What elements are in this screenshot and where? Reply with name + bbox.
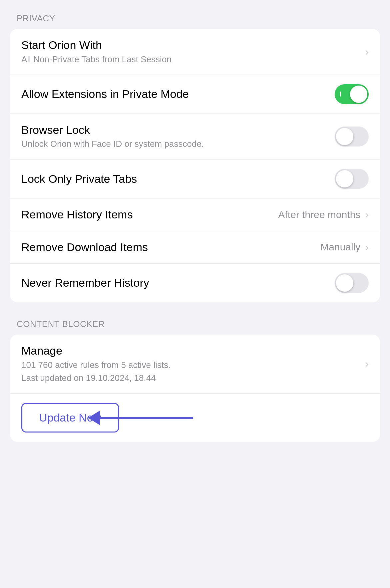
remove-download-value: Manually: [320, 241, 360, 253]
remove-download-row[interactable]: Remove Download Items Manually ›: [10, 231, 380, 264]
browser-lock-left: Browser Lock Unlock Orion with Face ID o…: [21, 123, 335, 150]
remove-download-chevron-icon: ›: [365, 241, 369, 253]
update-now-row: Update Now: [10, 394, 380, 442]
browser-lock-title: Browser Lock: [21, 123, 328, 137]
content-blocker-card: Manage 101 760 active rules from 5 activ…: [10, 335, 380, 442]
allow-extensions-right: I: [335, 84, 369, 104]
browser-lock-toggle[interactable]: [335, 127, 369, 147]
never-remember-row[interactable]: Never Remember History: [10, 264, 380, 302]
remove-history-left: Remove History Items: [21, 208, 278, 221]
manage-chevron-icon: ›: [365, 358, 369, 370]
start-orion-with-chevron-icon: ›: [365, 46, 369, 58]
remove-history-right: After three months ›: [278, 208, 369, 221]
start-orion-with-title: Start Orion With: [21, 38, 358, 52]
arrow-line: [100, 417, 193, 419]
start-orion-with-right: ›: [365, 46, 369, 58]
browser-lock-row[interactable]: Browser Lock Unlock Orion with Face ID o…: [10, 114, 380, 160]
content-blocker-section-label: CONTENT BLOCKER: [10, 319, 380, 329]
allow-extensions-title: Allow Extensions in Private Mode: [21, 87, 328, 101]
remove-history-chevron-icon: ›: [365, 208, 369, 221]
remove-history-row[interactable]: Remove History Items After three months …: [10, 198, 380, 231]
lock-only-left: Lock Only Private Tabs: [21, 172, 335, 186]
remove-download-right: Manually ›: [320, 241, 369, 253]
never-remember-right: [335, 273, 369, 293]
manage-right: ›: [365, 358, 369, 370]
remove-history-value: After three months: [278, 209, 361, 220]
manage-subtitle-line2: Last updated on 19.10.2024, 18.44: [21, 373, 358, 384]
start-orion-with-subtitle: All Non-Private Tabs from Last Session: [21, 54, 358, 65]
allow-extensions-toggle[interactable]: I: [335, 84, 369, 104]
manage-subtitle-line1: 101 760 active rules from 5 active lists…: [21, 360, 358, 371]
never-remember-toggle[interactable]: [335, 273, 369, 293]
allow-extensions-left: Allow Extensions in Private Mode: [21, 87, 335, 101]
lock-only-private-tabs-row[interactable]: Lock Only Private Tabs: [10, 159, 380, 198]
update-now-arrow: [100, 417, 193, 419]
toggle-thumb: [336, 170, 353, 187]
start-orion-with-left: Start Orion With All Non-Private Tabs fr…: [21, 38, 365, 65]
lock-only-title: Lock Only Private Tabs: [21, 172, 328, 186]
privacy-section-label: PRIVACY: [10, 13, 380, 24]
privacy-card: Start Orion With All Non-Private Tabs fr…: [10, 29, 380, 302]
lock-only-right: [335, 169, 369, 189]
privacy-section: PRIVACY Start Orion With All Non-Private…: [10, 13, 380, 302]
browser-lock-subtitle: Unlock Orion with Face ID or system pass…: [21, 139, 328, 150]
toggle-thumb: [336, 128, 353, 145]
browser-lock-right: [335, 127, 369, 147]
remove-download-title: Remove Download Items: [21, 240, 314, 254]
manage-left: Manage 101 760 active rules from 5 activ…: [21, 344, 365, 384]
remove-history-title: Remove History Items: [21, 208, 272, 221]
lock-only-toggle[interactable]: [335, 169, 369, 189]
remove-download-left: Remove Download Items: [21, 240, 320, 254]
never-remember-left: Never Remember History: [21, 276, 335, 290]
never-remember-title: Never Remember History: [21, 276, 328, 290]
toggle-thumb: [350, 86, 367, 103]
manage-row[interactable]: Manage 101 760 active rules from 5 activ…: [10, 335, 380, 394]
toggle-thumb: [336, 274, 353, 292]
manage-title: Manage: [21, 344, 358, 358]
start-orion-with-row[interactable]: Start Orion With All Non-Private Tabs fr…: [10, 29, 380, 75]
allow-extensions-row[interactable]: Allow Extensions in Private Mode I: [10, 75, 380, 114]
content-blocker-section: CONTENT BLOCKER Manage 101 760 active ru…: [10, 319, 380, 442]
arrow-head-icon: [88, 411, 100, 425]
toggle-on-label: I: [339, 90, 341, 99]
